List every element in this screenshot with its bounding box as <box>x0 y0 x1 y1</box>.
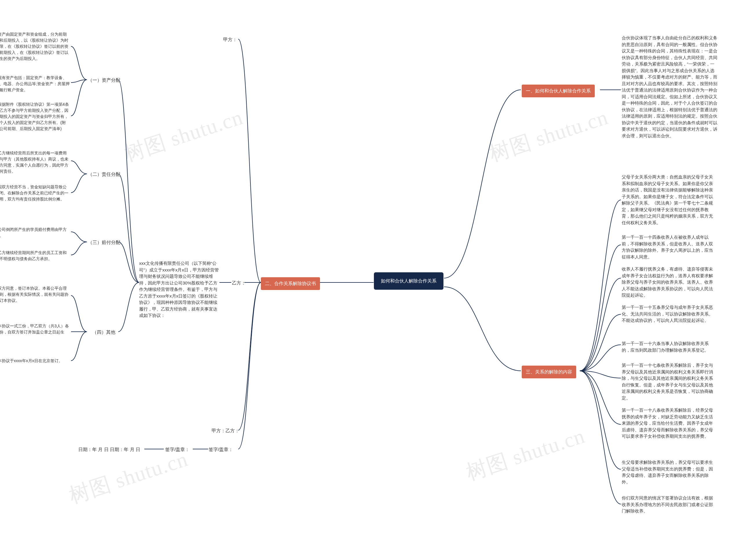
sec1-item-2: 2、现有资产包括：固定资产：教学设备、家具、电器、办公用品等;资金资产：房屋押金… <box>0 75 69 93</box>
sec3-item-2: 2、乙方继续经营期间所产生的员工工资和其他不明债权与债务由乙方承担。 <box>0 250 69 262</box>
branch-3-title: 三、关系的解除的内容 <box>522 366 576 378</box>
sec1-item-1: 1、资产由固定资产和资金组成，分为前期投入和后期投入，以《股权转让协议》为时间界… <box>0 31 69 62</box>
sign-date-label: 日期：年 月 日 日期：年 月 日 <box>78 446 140 453</box>
yifang-description: xxx文化传播有限责任公司（以下简称“公司”）成立于xxxx年x月x日，甲方因经… <box>139 260 220 319</box>
branch-2-title: 二、合作关系解除协议书 <box>261 277 320 290</box>
sign-row-label: 甲方：乙方： <box>212 427 240 434</box>
branch-3-leaf-7: 第一千一百一十八条收养关系解除后，经养父母抚养的成年养子女，对缺乏劳动能力又缺乏… <box>622 407 714 440</box>
branch-1-title: 一、如何和合伙人解除合作关系 <box>522 85 595 97</box>
branch-3-leaf-2: 第一千一百一十四条收养人在被收养人成年以前，不得解除收养关系，但是收养人、送养人… <box>622 234 714 260</box>
watermark: 树图 shutu.cn <box>120 103 247 168</box>
branch-1-leaf: 合伙协议体现了当事人自由处分自己的权利和义务的意思自治原则，具有合同的一般属性。… <box>622 35 718 139</box>
sec4-item-2: 2、本协议一式三份，甲乙双方（共3人）各持一份，自双方签订并加盖公章之日起生效。 <box>0 323 69 341</box>
watermark: 树图 shutu.cn <box>463 422 589 487</box>
section-4-title: （四）其他 <box>92 329 115 336</box>
section-2-title: （二）责任分配 <box>88 171 120 178</box>
branch-3-leaf-6: 第一千一百一十七条收养关系解除后，养子女与养父母以及其他近亲属间的权利义务关系即… <box>622 362 714 401</box>
section-3-title: （三）赔付分配 <box>88 239 120 246</box>
sec3-item-1: 1、公司倒闭所产生的学员赔付费用由甲方承担。 <box>0 227 69 239</box>
sec1-item-3: 3、根据附件《股权转让协议》第一项第4条款，乙方不参与甲方前期投入资产分配，因此… <box>0 101 69 132</box>
sign-stamp-label: 签字/盖章： <box>209 446 233 453</box>
section-1-title: （一）资产分配 <box>88 77 120 84</box>
label-jiafang: 甲方： <box>223 36 237 43</box>
label-yifang: 乙方： <box>232 280 246 286</box>
branch-3-leaf-1: 父母子女关系分两大类：自然血亲的父母子女关系和拟制血亲的父母子女关系。如果你是你… <box>622 174 714 226</box>
sec2-item-1: 1、乙方继续经营而后所支出的每一项费用并未与甲方（其他股权持有人）商议，也未经甲… <box>0 150 69 174</box>
sec2-item-2: 2、因双方经营不当，资金短缺问题导致公司倒闭。在解除合作关系之前已经产生的一切费… <box>0 184 69 202</box>
sec4-item-1: 1、双方同意，签订本协议。本着公平合理的原则，根据有关实际情况，就有关问题协商签… <box>0 285 69 303</box>
branch-3-leaf-8: 生父母要求解除收养关系的，养父母可以要求生父母适当补偿收养期间支出的抚养费；但是… <box>622 459 714 485</box>
root-node: 如何和合伙人解除合作关系 <box>374 272 443 290</box>
watermark: 树图 shutu.cn <box>486 103 612 168</box>
sign-stamp-sub: 签字/盖章： <box>165 446 190 453</box>
branch-3-leaf-5: 第一千一百一十六条当事人协议解除收养关系的，应当到民政部门办理解除收养关系登记。 <box>622 340 714 353</box>
sec4-item-3: 3、本协议于xxxx年x月x日在北京签订。 <box>0 358 69 364</box>
watermark: 树图 shutu.cn <box>65 445 192 510</box>
branch-3-leaf-3: 收养人不履行抚养义务，有虐待、遗弃等侵害未成年养子女合法权益行为的，送养人有权要… <box>622 266 714 299</box>
branch-3-leaf-9: 你们双方同意的情况下签署协议合法有效，根据收养关系办理地方的不同去民政部门或者公… <box>622 495 714 514</box>
branch-3-leaf-4: 第一千一百一十五条养父母与成年养子女关系恶化、无法共同生活的，可以协议解除收养关… <box>622 304 714 324</box>
